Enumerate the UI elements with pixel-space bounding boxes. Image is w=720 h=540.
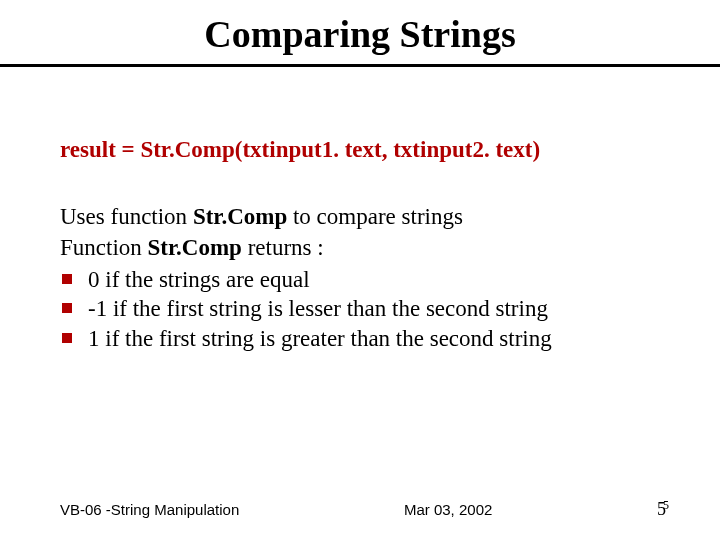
- list-item-text: -1 if the first string is lesser than th…: [88, 296, 548, 321]
- bullet-icon: [62, 333, 72, 343]
- page-sup: 5: [663, 498, 669, 512]
- bullet-icon: [62, 274, 72, 284]
- function-name: Str.Comp: [148, 235, 242, 260]
- page-number: 55: [657, 499, 672, 520]
- description-line-1: Uses function Str.Comp to compare string…: [60, 203, 665, 232]
- text: Function: [60, 235, 148, 260]
- list-item-text: 1 if the first string is greater than th…: [88, 326, 552, 351]
- function-name: Str.Comp: [193, 204, 287, 229]
- description-line-2: Function Str.Comp returns :: [60, 234, 665, 263]
- bullet-icon: [62, 303, 72, 313]
- list-item: -1 if the first string is lesser than th…: [60, 294, 665, 324]
- code-example: result = Str.Comp(txtinput1. text, txtin…: [60, 137, 665, 163]
- footer-left: VB-06 -String Manipulation: [60, 501, 239, 518]
- slide-title: Comparing Strings: [0, 0, 720, 64]
- list-item: 0 if the strings are equal: [60, 265, 665, 295]
- text: returns :: [242, 235, 324, 260]
- text: to compare strings: [287, 204, 463, 229]
- slide: Comparing Strings result = Str.Comp(txti…: [0, 0, 720, 540]
- list-item: 1 if the first string is greater than th…: [60, 324, 665, 354]
- slide-body: result = Str.Comp(txtinput1. text, txtin…: [0, 67, 720, 354]
- text: Uses function: [60, 204, 193, 229]
- slide-footer: VB-06 -String Manipulation Mar 03, 2002 …: [0, 499, 720, 520]
- list-item-text: 0 if the strings are equal: [88, 267, 310, 292]
- return-values-list: 0 if the strings are equal -1 if the fir…: [60, 265, 665, 355]
- footer-date: Mar 03, 2002: [239, 501, 657, 518]
